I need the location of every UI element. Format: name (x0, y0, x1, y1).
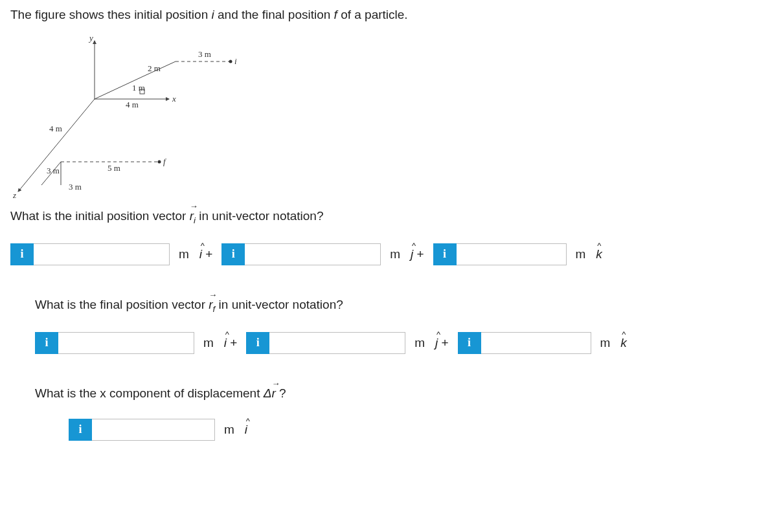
fig-label-x: x (172, 94, 176, 104)
input-rf-x[interactable] (58, 332, 194, 354)
fig-label-3m-bottom: 3 m (69, 182, 82, 192)
answer-row-rf: i m i + i m j + i m k (35, 332, 749, 354)
fig-label-z: z (12, 190, 16, 199)
fig-label-i: i (234, 56, 237, 66)
question-3: What is the x component of displacement … (35, 386, 749, 401)
unit-rf-x: m i + (194, 332, 246, 354)
info-button-dx[interactable]: i (69, 419, 92, 441)
fig-label-4m-diag: 4 m (49, 124, 62, 133)
info-button-rf-x[interactable]: i (35, 332, 58, 354)
svg-line-2 (18, 99, 95, 192)
unit-rf-z: m k (591, 332, 636, 354)
figure: y x 4 m z i 3 m 2 m 1 m 4 m 3 m f 5 m 3 … (10, 31, 749, 203)
input-dx[interactable] (92, 419, 215, 441)
info-button-ri-z[interactable]: i (433, 243, 457, 265)
info-button-rf-z[interactable]: i (458, 332, 481, 354)
intro-post: of a particle. (337, 8, 408, 21)
unit-rf-y: m j + (405, 332, 457, 354)
fig-label-5m: 5 m (108, 163, 120, 173)
info-button-ri-y[interactable]: i (221, 243, 245, 265)
answer-row-ri: i m i + i m j + i m k (10, 243, 749, 265)
svg-point-11 (158, 161, 161, 164)
input-rf-z[interactable] (481, 332, 591, 354)
question-1: What is the initial position vector ri i… (10, 209, 749, 225)
intro-text: The figure shows thes initial position i… (10, 8, 749, 22)
fig-label-3m-left: 3 m (47, 166, 60, 175)
fig-label-f: f (163, 157, 167, 166)
input-ri-x[interactable] (34, 243, 170, 265)
intro-pre: The figure shows thes initial position (10, 8, 212, 21)
info-button-ri-x[interactable]: i (10, 243, 34, 265)
fig-label-1m: 1 m (132, 83, 145, 93)
unit-dx: m i (215, 419, 256, 441)
input-ri-y[interactable] (245, 243, 381, 265)
question-2: What is the final position vector rf in … (35, 298, 749, 314)
input-rf-y[interactable] (269, 332, 405, 354)
info-button-rf-y[interactable]: i (246, 332, 269, 354)
unit-ri-x: m i + (170, 243, 221, 265)
figure-svg: y x 4 m z i 3 m 2 m 1 m 4 m 3 m f 5 m 3 … (10, 31, 250, 199)
fig-label-3m-top: 3 m (198, 49, 211, 59)
intro-mid: and the final position (214, 8, 334, 21)
input-ri-z[interactable] (457, 243, 567, 265)
unit-ri-y: m j + (381, 243, 433, 265)
unit-ri-z: m k (567, 243, 611, 265)
fig-label-2m: 2 m (148, 63, 161, 73)
fig-label-4m-axis: 4 m (126, 100, 139, 109)
answer-row-dx: i m i (69, 419, 749, 441)
svg-point-7 (229, 60, 232, 63)
fig-label-y: y (88, 33, 93, 43)
